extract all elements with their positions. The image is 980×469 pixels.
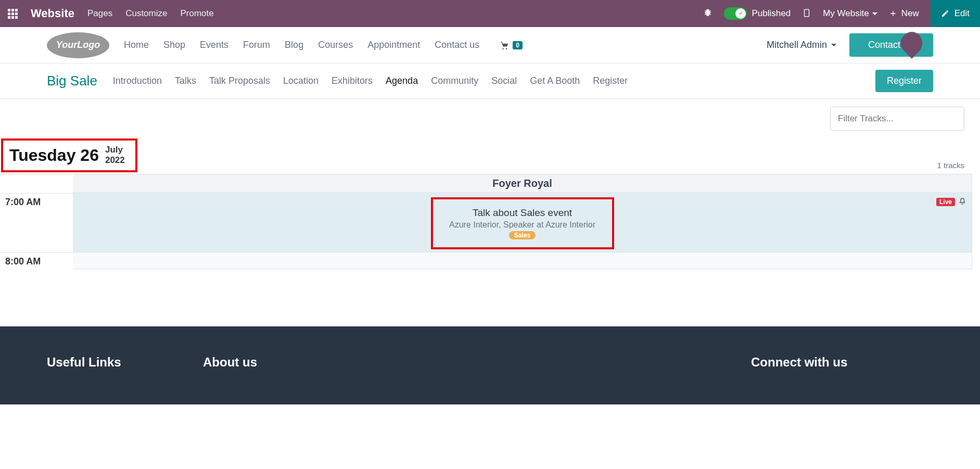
tab-agenda[interactable]: Agenda (386, 75, 418, 86)
agenda-grid: Foyer Royal 7:00 AM Live Talk about Sale… (0, 174, 972, 269)
nav-blog[interactable]: Blog (285, 40, 303, 50)
talk-tag: Sales (509, 231, 536, 239)
brand-name[interactable]: Website (31, 7, 74, 20)
tab-talks[interactable]: Talks (175, 75, 196, 86)
tracks-count: 1 tracks (0, 161, 964, 170)
cart-button[interactable]: 0 (499, 40, 523, 50)
agenda-container: Tuesday 26 July 2022 1 tracks Foyer Roya… (0, 138, 980, 290)
tab-location[interactable]: Location (283, 75, 319, 86)
footer-col-about: About us (203, 355, 720, 389)
toggle-knob-check-icon (735, 8, 746, 19)
nav-events[interactable]: Events (200, 40, 228, 50)
bell-icon[interactable] (958, 197, 966, 207)
published-label: Published (752, 8, 791, 19)
app-topbar: Website Pages Customize Promote Publishe… (0, 0, 980, 27)
nav-forum[interactable]: Forum (243, 40, 270, 50)
svg-point-1 (506, 48, 507, 49)
track-slot-7am: Live Talk about Sales event Azure Interi… (73, 193, 972, 252)
topbar-promote[interactable]: Promote (180, 8, 213, 19)
caret-down-icon (872, 12, 877, 15)
time-label-8am: 8:00 AM (0, 252, 73, 269)
footer-about-title: About us (203, 355, 720, 370)
event-subnav: Big Sale Introduction Talks Talk Proposa… (0, 64, 980, 99)
site-logo[interactable]: YourLogo (47, 32, 109, 58)
my-website-dropdown[interactable]: My Website (823, 8, 877, 19)
grid-corner (0, 174, 73, 193)
nav-home[interactable]: Home (124, 40, 149, 50)
tab-proposals[interactable]: Talk Proposals (209, 75, 270, 86)
event-title[interactable]: Big Sale (47, 73, 97, 89)
published-toggle-wrap: Published (724, 7, 791, 20)
agenda-date: Tuesday 26 July 2022 (1, 138, 137, 172)
new-label: New (901, 8, 919, 19)
plus-icon (889, 9, 897, 18)
cart-icon (499, 40, 510, 50)
agenda-day: Tuesday 26 (9, 146, 99, 165)
live-badge: Live (936, 198, 955, 206)
nav-contact[interactable]: Contact us (435, 40, 479, 50)
talk-title: Talk about Sales event (473, 207, 572, 219)
user-menu[interactable]: Mitchell Admin (767, 40, 836, 50)
published-toggle[interactable] (724, 7, 747, 20)
agenda-month: July (105, 145, 125, 155)
topbar-customize[interactable]: Customize (125, 8, 167, 19)
tab-introduction[interactable]: Introduction (113, 75, 162, 86)
new-button[interactable]: New (889, 8, 919, 19)
filter-row (0, 99, 980, 138)
topbar-right: Published My Website New Edit (703, 0, 972, 27)
logo-text: YourLogo (56, 40, 100, 50)
user-name-label: Mitchell Admin (767, 40, 827, 50)
footer-col-useful: Useful Links (47, 355, 172, 389)
topbar-left: Website Pages Customize Promote (8, 7, 214, 20)
cart-count-badge: 0 (513, 41, 523, 49)
filter-tracks-input[interactable] (830, 107, 964, 131)
register-button[interactable]: Register (875, 70, 933, 92)
my-website-label: My Website (823, 8, 869, 19)
apps-icon[interactable] (8, 9, 18, 19)
nav-appointment[interactable]: Appointment (367, 40, 420, 50)
talk-badges: Live (936, 197, 966, 207)
footer-col-connect: Connect with us (751, 355, 933, 389)
edit-label: Edit (954, 8, 970, 19)
bug-icon[interactable] (703, 8, 712, 19)
site-nav: YourLogo Home Shop Events Forum Blog Cou… (0, 27, 980, 64)
nav-shop[interactable]: Shop (163, 40, 185, 50)
track-header: Foyer Royal (73, 174, 972, 193)
talk-speaker: Azure Interior, Speaker at Azure Interio… (449, 220, 595, 230)
tab-community[interactable]: Community (431, 75, 478, 86)
track-slot-8am (73, 252, 972, 269)
svg-point-0 (503, 48, 504, 49)
pencil-icon (941, 9, 949, 18)
tab-social[interactable]: Social (491, 75, 517, 86)
nav-courses[interactable]: Courses (318, 40, 353, 50)
time-label-7am: 7:00 AM (0, 193, 73, 252)
talk-card[interactable]: Talk about Sales event Azure Interior, S… (431, 197, 614, 249)
tab-exhibitors[interactable]: Exhibitors (332, 75, 373, 86)
site-footer: Useful Links About us Connect with us (0, 326, 980, 404)
edit-button[interactable]: Edit (931, 0, 980, 27)
footer-useful-title: Useful Links (47, 355, 172, 370)
topbar-pages[interactable]: Pages (87, 8, 112, 19)
agenda-year: 2022 (105, 155, 125, 166)
footer-connect-title: Connect with us (751, 355, 933, 370)
tab-register[interactable]: Register (593, 75, 628, 86)
tab-booth[interactable]: Get A Booth (530, 75, 580, 86)
mobile-icon[interactable] (802, 8, 811, 19)
caret-down-icon (831, 44, 836, 46)
